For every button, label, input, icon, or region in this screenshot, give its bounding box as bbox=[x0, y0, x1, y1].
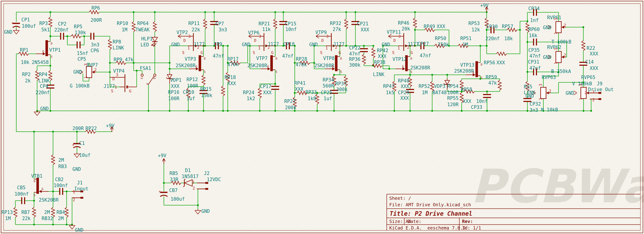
label-3[interactable]: 3 bbox=[259, 34, 261, 38]
rp56-rh-symbol[interactable] bbox=[496, 52, 506, 56]
label-120r[interactable]: 120R bbox=[447, 102, 458, 107]
label-cb5[interactable]: CB5 bbox=[17, 185, 26, 190]
label-rp33[interactable]: RP33 bbox=[306, 90, 317, 95]
label-3[interactable]: 3 bbox=[398, 34, 401, 38]
label-rp12[interactable]: RP12 bbox=[186, 77, 198, 82]
label-rp42[interactable]: RP42 bbox=[377, 48, 388, 53]
label-2sk208r[interactable]: 2SK208R bbox=[314, 63, 334, 68]
label-27k[interactable]: 27k bbox=[332, 26, 341, 32]
label-1k2[interactable]: 1k2 bbox=[246, 96, 255, 101]
label-rb5[interactable]: RB5 bbox=[170, 170, 178, 176]
label-d1[interactable]: D1 bbox=[185, 168, 191, 173]
label-c14[interactable]: C14 bbox=[585, 59, 594, 65]
label-10k[interactable]: 10k bbox=[21, 60, 29, 65]
label-cp2[interactable]: CP2 bbox=[58, 21, 66, 26]
label-cp33[interactable]: CP33 bbox=[471, 104, 482, 110]
rp59-rv-symbol[interactable] bbox=[498, 80, 501, 90]
rp3-rv-symbol[interactable] bbox=[49, 17, 52, 27]
label-3[interactable]: 3 bbox=[579, 84, 583, 86]
label-100r[interactable]: 100R bbox=[168, 96, 180, 101]
label-2[interactable]: 2 bbox=[193, 186, 195, 190]
label-rp38[interactable]: RP38 bbox=[374, 60, 386, 65]
label-link[interactable]: LINK bbox=[112, 45, 124, 50]
label-rp49[interactable]: RP49 bbox=[424, 24, 435, 29]
label-470k[interactable]: 470k bbox=[227, 62, 239, 67]
label-g[interactable]: G bbox=[129, 89, 132, 93]
label-d[interactable]: D bbox=[410, 57, 412, 60]
gnd-gnd-symbol[interactable] bbox=[14, 29, 19, 34]
label-t-100kb[interactable]: T 100kB bbox=[552, 39, 572, 44]
label-s[interactable]: S bbox=[51, 55, 52, 58]
label-150k[interactable]: 150k bbox=[201, 93, 212, 98]
label-cp34[interactable]: CP34 bbox=[528, 6, 540, 11]
label-hlp1[interactable]: HLP1 bbox=[141, 36, 153, 42]
label-xxx[interactable]: XXX bbox=[463, 98, 471, 104]
label-100uf[interactable]: 100uf bbox=[22, 23, 36, 29]
label-47nf[interactable]: 47nf bbox=[349, 51, 360, 56]
label-link[interactable]: LINK bbox=[373, 72, 384, 77]
label-j2[interactable]: J2 bbox=[204, 170, 210, 176]
label-g[interactable]: G bbox=[42, 50, 44, 53]
label-rp10[interactable]: RP10 bbox=[117, 21, 128, 26]
label-18k[interactable]: 18k bbox=[504, 36, 513, 41]
label-g[interactable]: G bbox=[271, 50, 274, 55]
label-2[interactable]: 2 bbox=[126, 85, 129, 89]
label-cp7[interactable]: CP7 bbox=[216, 21, 224, 26]
label-d[interactable]: D bbox=[204, 57, 206, 60]
label-rp54[interactable]: RP54 bbox=[447, 84, 458, 89]
label-tweak[interactable]: TWEAK bbox=[136, 27, 150, 32]
label-g[interactable]: G bbox=[196, 65, 197, 68]
label-2sk208r[interactable]: 2SK208R bbox=[176, 63, 196, 68]
label-rp17[interactable]: RP17 bbox=[227, 56, 239, 62]
label-rp34[interactable]: RP34 bbox=[323, 77, 334, 82]
component-symbols[interactable] bbox=[13, 7, 601, 229]
label-xxx[interactable]: XXX bbox=[295, 86, 304, 92]
rp6-rh-symbol[interactable] bbox=[89, 10, 99, 14]
label-vtp11[interactable]: VTP11 bbox=[387, 29, 401, 35]
label-20k[interactable]: 20k bbox=[402, 26, 410, 32]
label-1uf[interactable]: 1uf bbox=[186, 96, 195, 101]
label-2m[interactable]: 2M bbox=[58, 216, 64, 221]
gnd-gnd-symbol[interactable] bbox=[34, 110, 40, 116]
label-rp57[interactable]: RP57 bbox=[502, 24, 513, 29]
label-gnd[interactable]: GND bbox=[40, 106, 49, 112]
label-gnd[interactable]: GND bbox=[382, 42, 390, 47]
label-rp59[interactable]: RP59 bbox=[486, 74, 497, 80]
label-cp15[interactable]: CP15 bbox=[285, 21, 296, 26]
label-rp53[interactable]: RP53 bbox=[468, 21, 480, 26]
label-1n5817[interactable]: 1N5817 bbox=[182, 174, 198, 179]
label-47k[interactable]: 47k bbox=[125, 57, 134, 62]
label-2sk208r[interactable]: 2SK208R bbox=[454, 68, 474, 74]
label-xxx[interactable]: XXX bbox=[263, 90, 272, 95]
label-rp27[interactable]: RP27 bbox=[284, 98, 296, 104]
label-2n5458[interactable]: 2N5458 bbox=[32, 60, 49, 65]
label-cp25[interactable]: CP25 bbox=[321, 90, 332, 95]
label-gnd[interactable]: GND bbox=[73, 69, 82, 74]
label-3n3[interactable]: 3n3 bbox=[91, 42, 100, 48]
cp2-ch-symbol[interactable] bbox=[61, 33, 64, 40]
label-gnd[interactable]: GND bbox=[201, 208, 210, 214]
label-rp41[interactable]: RP41 bbox=[294, 80, 306, 86]
label-gnd[interactable]: GND bbox=[543, 25, 552, 30]
label-11k[interactable]: 11k bbox=[262, 26, 271, 32]
label-cp4[interactable]: CP4 bbox=[40, 84, 48, 89]
label-3n3[interactable]: 3n3 bbox=[218, 27, 227, 32]
cp35-ch-symbol[interactable] bbox=[534, 38, 536, 46]
label-rb4[interactable]: RB4 bbox=[56, 210, 65, 215]
label-s[interactable]: S bbox=[276, 70, 277, 74]
label-rp32[interactable]: RP32 bbox=[330, 21, 341, 26]
label-xxx[interactable]: XXX bbox=[401, 84, 409, 89]
label-rp50[interactable]: RP50 bbox=[435, 36, 446, 41]
label-220nf[interactable]: 220nf bbox=[54, 27, 68, 32]
label-xxx[interactable]: XXX bbox=[171, 84, 180, 89]
label-16k[interactable]: 16k bbox=[529, 33, 537, 38]
label-rp3[interactable]: RP3 bbox=[39, 21, 48, 26]
label-p[interactable]: P bbox=[146, 83, 150, 85]
rp15-rv-symbol[interactable] bbox=[222, 86, 225, 96]
cp5-ch-symbol[interactable] bbox=[77, 42, 80, 48]
label-+9v[interactable]: +9V bbox=[480, 3, 489, 8]
label-xxx[interactable]: XXX bbox=[228, 81, 236, 86]
label-cp35[interactable]: CP35 bbox=[528, 48, 540, 53]
label-22k[interactable]: 22k bbox=[22, 216, 30, 221]
rp64-rv-symbol[interactable] bbox=[153, 22, 156, 32]
